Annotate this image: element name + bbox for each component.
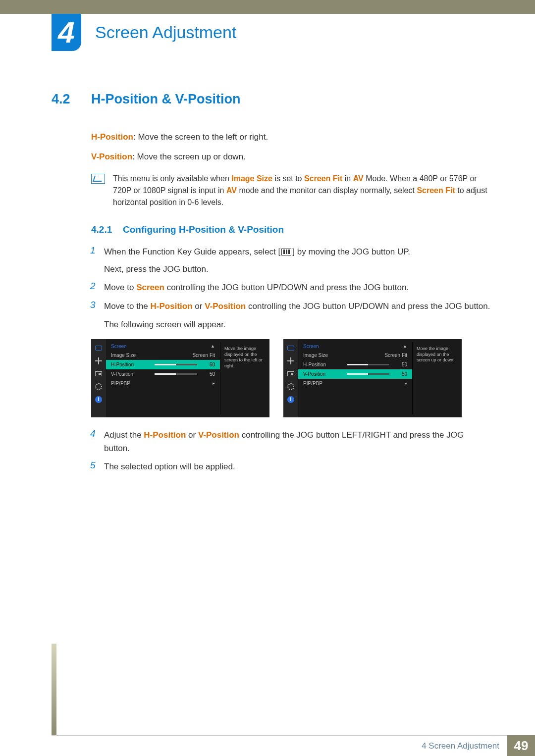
osd-main: Screen ▲ Image Size Screen Fit H-Positio… (298, 339, 462, 417)
monitor-icon (287, 344, 295, 352)
t: or (186, 430, 198, 440)
section-number: 4.2 (52, 92, 91, 107)
chapter-number-badge: 4 (52, 14, 81, 51)
step-3: 3 Move to the H-Position or V-Position c… (91, 300, 490, 331)
osd-item-pip: PIP/PBP ▸ (106, 379, 220, 388)
slider-bar (155, 364, 197, 365)
t: Move to (104, 283, 136, 292)
slider-bar (347, 364, 389, 365)
value: 50 (201, 362, 215, 367)
note-screenfit: Screen Fit (304, 174, 342, 183)
t: Adjust the (104, 430, 144, 440)
note-screenfit: Screen Fit (417, 186, 455, 195)
footer-line: 4 Screen Adjustment (52, 735, 507, 756)
step-number: 5 (90, 460, 104, 473)
osd-vposition: i Screen ▲ Image Size Screen Fit (283, 339, 462, 417)
note-imgsize: Image Size (231, 174, 272, 183)
gear-icon (95, 383, 103, 391)
t: Next, press the JOG button. (104, 262, 410, 276)
value: 50 (393, 362, 407, 367)
monitor-icon (95, 344, 103, 352)
osd-main: Screen ▲ Image Size Screen Fit H-Positio… (106, 339, 269, 417)
up-arrow-icon: ▲ (211, 344, 215, 349)
step-2: 2 Move to Screen controlling the JOG but… (91, 281, 490, 294)
footer-chapter-label: 4 Screen Adjustment (422, 741, 499, 751)
subsection-number: 4.2.1 (91, 224, 123, 235)
step-text: Move to Screen controlling the JOG butto… (104, 281, 409, 294)
subsection-heading: 4.2.1 Configuring H-Position & V-Positio… (91, 224, 490, 235)
hpos-term: H-Position (151, 302, 193, 311)
osd-item-hposition: H-Position 50 (298, 360, 412, 369)
menu-icon (281, 249, 291, 255)
step-number: 2 (90, 281, 104, 294)
note-block: This menu is only available when Image S… (91, 173, 490, 208)
step-number: 3 (90, 300, 104, 331)
t: ] by moving the JOG button UP. (292, 247, 410, 256)
pip-icon (95, 370, 103, 378)
t: or (193, 302, 205, 311)
value: Screen Fit (384, 353, 407, 358)
label: Image Size (303, 353, 343, 358)
vpos-term: V-Position (205, 302, 246, 311)
screen-term: Screen (136, 283, 164, 292)
note-text: This menu is only available when Image S… (113, 173, 490, 208)
osd-item-image-size: Image Size Screen Fit (106, 351, 220, 360)
section-heading: 4.2 H-Position & V-Position (52, 92, 490, 107)
pip-icon (287, 370, 295, 378)
label: V-Position (111, 371, 151, 377)
slider-bar (155, 373, 197, 375)
note-av: AV (226, 186, 237, 195)
vposition-definition: V-Position: Move the screen up or down. (91, 151, 490, 163)
page-number: 49 (507, 735, 535, 756)
label: H-Position (111, 362, 151, 367)
label: Image Size (111, 353, 151, 358)
osd-help-text: Move the image displayed on the screen u… (412, 342, 462, 414)
label: H-Position (303, 362, 343, 367)
left-accent-stripe (52, 644, 56, 735)
t: Move to the (104, 302, 151, 311)
osd-item-image-size: Image Size Screen Fit (298, 351, 412, 360)
hpos-term: H-Position (144, 430, 186, 440)
info-icon: i (287, 396, 295, 403)
move-icon (95, 357, 103, 365)
note-t: in (342, 174, 353, 183)
top-accent-bar (0, 0, 535, 14)
vposition-text: : Move the screen up or down. (132, 152, 246, 161)
slider-bar (347, 373, 389, 375)
note-t: mode and the monitor can display normall… (237, 186, 417, 195)
step-number: 1 (90, 245, 104, 276)
hposition-text: : Move the screen to the left or right. (133, 132, 268, 142)
osd-item-hposition-selected: H-Position 50 (106, 360, 220, 369)
osd-list-header: Screen ▲ (298, 342, 412, 351)
osd-title: Screen (111, 344, 127, 349)
osd-list: Screen ▲ Image Size Screen Fit H-Positio… (298, 342, 412, 414)
t: controlling the JOG button UP/DOWN and p… (164, 283, 409, 292)
section-title: H-Position & V-Position (91, 92, 241, 107)
gear-icon (287, 383, 295, 391)
osd-sidebar: i (91, 339, 106, 417)
note-av: AV (353, 174, 364, 183)
step-text: When the Function Key Guide appears, sel… (104, 245, 410, 276)
osd-hposition: i Screen ▲ Image Size Screen Fit (91, 339, 269, 417)
right-caret-icon: ▸ (210, 381, 215, 386)
value: 50 (201, 371, 215, 377)
osd-title: Screen (303, 344, 319, 349)
osd-list-header: Screen ▲ (106, 342, 220, 351)
note-t: is set to (272, 174, 304, 183)
osd-list: Screen ▲ Image Size Screen Fit H-Positio… (106, 342, 220, 414)
t: The following screen will appear. (104, 318, 490, 331)
info-icon: i (95, 396, 103, 403)
subsection-title: Configuring H-Position & V-Position (123, 224, 284, 235)
osd-help-text: Move the image displayed on the screen t… (220, 342, 269, 414)
label: V-Position (303, 371, 343, 377)
note-t: This menu is only available when (113, 174, 231, 183)
step-1: 1 When the Function Key Guide appears, s… (91, 245, 490, 276)
page-content: 4.2 H-Position & V-Position H-Position: … (52, 92, 490, 479)
step-5: 5 The selected option will be applied. (91, 460, 490, 473)
steps-list: 1 When the Function Key Guide appears, s… (91, 245, 490, 474)
label: PIP/PBP (303, 381, 343, 386)
right-caret-icon: ▸ (402, 381, 407, 386)
value: Screen Fit (192, 353, 215, 358)
chapter-header: 4 Screen Adjustment (52, 14, 535, 51)
vpos-term: V-Position (198, 430, 239, 440)
